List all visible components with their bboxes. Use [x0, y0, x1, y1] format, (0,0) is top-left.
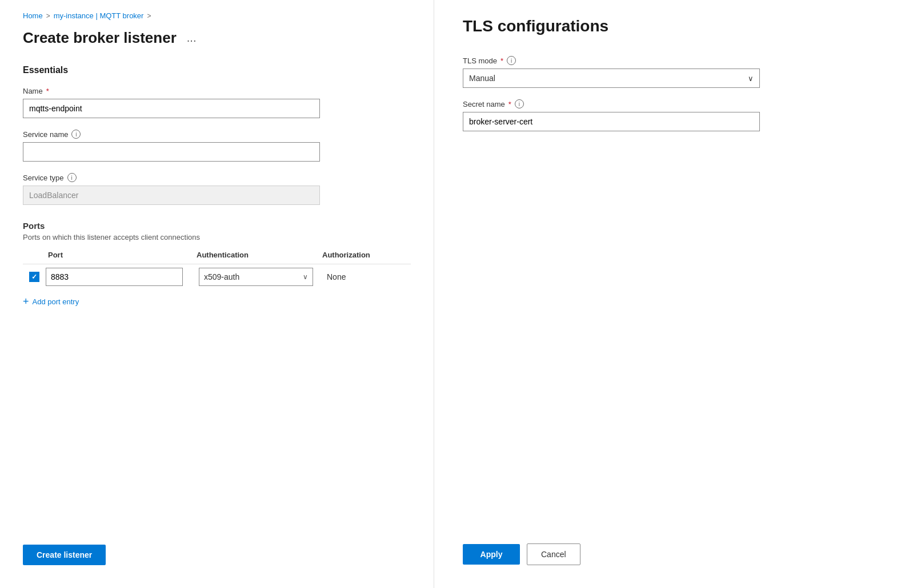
add-port-button[interactable]: + Add port entry — [23, 296, 79, 307]
auth-dropdown-value: x509-auth — [204, 272, 239, 281]
tls-mode-form-group: TLS mode * i Manual ∨ — [463, 56, 760, 88]
ports-section: Ports Ports on which this listener accep… — [23, 221, 411, 307]
breadcrumb: Home > my-instance | MQTT broker > — [23, 11, 411, 20]
ports-table-header: Port Authentication Authorization — [23, 251, 411, 264]
apply-button[interactable]: Apply — [463, 544, 520, 565]
essentials-section-title: Essentials — [23, 65, 411, 75]
port-checkbox[interactable]: ✓ — [29, 272, 39, 282]
service-name-label-text: Service name — [23, 130, 68, 139]
auth-select-cell: x509-auth ∨ — [194, 268, 320, 286]
col-header-port: Port — [46, 251, 194, 259]
authz-value: None — [320, 272, 389, 281]
col-header-authz: Authorization — [320, 251, 389, 259]
tls-mode-required-star: * — [500, 57, 503, 65]
create-listener-button[interactable]: Create listener — [23, 545, 106, 565]
breadcrumb-sep1: > — [46, 12, 50, 20]
page-title: Create broker listener — [23, 29, 177, 47]
tls-form: TLS mode * i Manual ∨ Secret name * i — [463, 56, 760, 143]
service-type-label: Service type i — [23, 173, 411, 182]
tls-mode-label-text: TLS mode — [463, 57, 497, 65]
left-panel: Home > my-instance | MQTT broker > Creat… — [0, 0, 434, 588]
auth-dropdown[interactable]: x509-auth ∨ — [199, 268, 313, 286]
secret-name-form-group: Secret name * i — [463, 99, 760, 131]
tls-mode-label: TLS mode * i — [463, 56, 760, 65]
auth-chevron-down-icon: ∨ — [303, 273, 308, 281]
ports-title: Ports — [23, 221, 411, 231]
check-mark-icon: ✓ — [31, 273, 37, 281]
name-label-text: Name — [23, 87, 43, 95]
service-name-label: Service name i — [23, 130, 411, 139]
tls-mode-dropdown[interactable]: Manual ∨ — [463, 69, 760, 88]
bottom-bar: Create listener — [23, 527, 411, 565]
service-type-label-text: Service type — [23, 174, 64, 182]
right-panel: TLS configurations TLS mode * i Manual ∨… — [434, 0, 905, 588]
port-checkbox-cell[interactable]: ✓ — [23, 272, 46, 282]
tls-configurations-title: TLS configurations — [463, 17, 876, 35]
service-name-form-group: Service name i — [23, 130, 411, 162]
ports-desc: Ports on which this listener accepts cli… — [23, 233, 411, 241]
breadcrumb-instance[interactable]: my-instance | MQTT broker — [54, 11, 144, 20]
secret-name-label: Secret name * i — [463, 99, 760, 108]
col-header-auth: Authentication — [194, 251, 320, 259]
tls-mode-chevron-down-icon: ∨ — [748, 74, 754, 83]
breadcrumb-sep2: > — [147, 12, 151, 20]
secret-name-info-icon: i — [515, 99, 524, 108]
secret-name-required-star: * — [508, 100, 511, 108]
add-port-label: Add port entry — [33, 297, 79, 306]
breadcrumb-home[interactable]: Home — [23, 11, 43, 20]
port-input[interactable] — [46, 268, 183, 286]
col-header-empty — [23, 251, 46, 259]
name-form-group: Name * — [23, 87, 411, 118]
service-type-info-icon: i — [67, 173, 77, 182]
service-type-input — [23, 186, 320, 205]
tls-action-buttons: Apply Cancel — [463, 543, 876, 565]
port-row: ✓ x509-auth ∨ None — [23, 264, 411, 289]
name-required-star: * — [46, 87, 49, 95]
cancel-button[interactable]: Cancel — [527, 543, 580, 565]
tls-mode-dropdown-value: Manual — [469, 74, 495, 83]
port-input-cell — [46, 268, 194, 286]
plus-icon: + — [23, 296, 29, 307]
name-input[interactable] — [23, 99, 320, 118]
ellipsis-button[interactable]: ... — [183, 30, 200, 46]
page-title-row: Create broker listener ... — [23, 29, 411, 47]
service-name-info-icon: i — [71, 130, 81, 139]
name-label: Name * — [23, 87, 411, 95]
service-name-input[interactable] — [23, 142, 320, 162]
tls-mode-info-icon: i — [507, 56, 516, 65]
service-type-form-group: Service type i — [23, 173, 411, 205]
secret-name-input[interactable] — [463, 112, 760, 131]
secret-name-label-text: Secret name — [463, 100, 505, 108]
